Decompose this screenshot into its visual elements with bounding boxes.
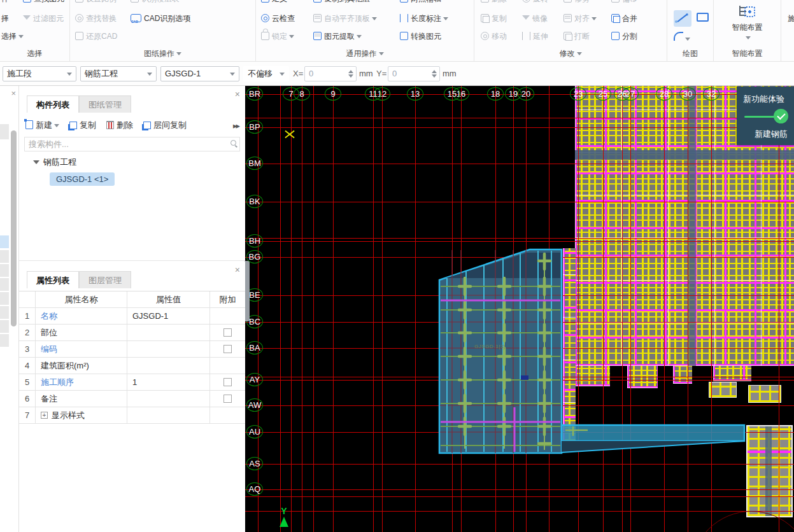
- construction-segment-select[interactable]: 施工段: [3, 66, 76, 81]
- cut-top-item[interactable]: 择: [1, 12, 9, 25]
- copy-component-button[interactable]: 复制: [69, 120, 96, 131]
- draw-rectangle-tool[interactable]: [697, 13, 709, 22]
- lock-icon: [261, 32, 269, 40]
- panel-splitter-handle[interactable]: [245, 261, 250, 321]
- extra-checkbox[interactable]: [223, 328, 232, 337]
- check-toggle[interactable]: [774, 109, 788, 123]
- length-dimension-button[interactable]: 长度标注: [400, 12, 448, 25]
- list-item[interactable]: [0, 306, 9, 319]
- row-number: 5: [19, 374, 36, 390]
- find-replace-button[interactable]: 查找替换: [75, 12, 117, 25]
- extra-checkbox[interactable]: [223, 395, 232, 403]
- property-name-expandable[interactable]: +显示样式: [36, 407, 127, 423]
- grid-axis-bubble: 25: [595, 87, 611, 101]
- tree-item-gjsgd-1[interactable]: GJSGD-1 <1>: [50, 172, 115, 186]
- spin-down-icon[interactable]: [348, 74, 353, 78]
- selected-construction-segment[interactable]: [432, 245, 747, 458]
- break-button[interactable]: 打断: [564, 30, 590, 43]
- convert-element-button[interactable]: 转换图元: [400, 30, 441, 43]
- list-item-selected[interactable]: [0, 235, 9, 248]
- rotate-button[interactable]: 旋转: [522, 0, 548, 5]
- restore-cad-button[interactable]: 还原CAD: [75, 30, 117, 43]
- cut-top-item[interactable]: 件: [1, 0, 9, 5]
- find-element-button[interactable]: 查找图元: [23, 0, 64, 5]
- list-item[interactable]: [0, 264, 9, 277]
- group-label-common-ops[interactable]: 通用操作: [256, 48, 474, 59]
- extra-checkbox[interactable]: [223, 345, 232, 353]
- trim-button[interactable]: 修剪: [564, 0, 590, 5]
- cad-recognition-options-button[interactable]: CAD识别选项: [131, 12, 190, 25]
- property-value[interactable]: [127, 358, 210, 374]
- group-label-drawing-ops[interactable]: 图纸操作: [70, 48, 255, 59]
- copy-button[interactable]: 复制: [481, 12, 507, 25]
- property-value[interactable]: [127, 325, 210, 340]
- cut-group-label[interactable]: 施: [788, 12, 794, 25]
- draw-line-tool[interactable]: [674, 10, 691, 27]
- extra-checkbox[interactable]: [223, 378, 232, 386]
- tab-component-list[interactable]: 构件列表: [27, 95, 79, 113]
- row-number: 7: [19, 407, 36, 423]
- offset-button[interactable]: 偏移: [611, 0, 637, 5]
- new-rebar-link[interactable]: 新建钢筋: [755, 129, 788, 140]
- interlayer-copy-button[interactable]: 层间复制: [143, 120, 187, 131]
- delete-button[interactable]: 删除: [481, 0, 507, 5]
- property-value[interactable]: GJSGD-1: [127, 308, 210, 324]
- lock-button[interactable]: 锁定: [261, 30, 294, 43]
- cloud-check-button[interactable]: 云检查: [261, 12, 295, 25]
- define-button[interactable]: 定义: [261, 0, 287, 5]
- batch-select-button[interactable]: 选择: [1, 30, 24, 43]
- vertical-scrollbar[interactable]: [11, 130, 17, 326]
- group-label-modify[interactable]: 修改: [474, 48, 667, 59]
- spin-down-icon[interactable]: [432, 74, 437, 78]
- table-row: 5 施工顺序 1: [19, 374, 245, 391]
- filter-element-button[interactable]: 过滤图元: [23, 12, 64, 25]
- chevron-down-icon: [230, 73, 235, 76]
- two-point-aux-axis-button[interactable]: 两点辅轴: [400, 0, 441, 5]
- discipline-select[interactable]: 钢筋工程: [80, 66, 157, 81]
- tab-drawing-management[interactable]: 图纸管理: [79, 95, 131, 113]
- toolbar-overflow-button[interactable]: ▸▸: [233, 121, 239, 130]
- x-coordinate-input[interactable]: 0: [304, 66, 357, 81]
- element-extract-button[interactable]: 图元提取: [313, 30, 362, 43]
- list-item[interactable]: [0, 292, 9, 305]
- property-value[interactable]: 1: [127, 374, 210, 390]
- auto-align-roof-button[interactable]: 自动平齐顶板: [313, 12, 377, 25]
- y-coordinate-input[interactable]: 0: [388, 66, 440, 81]
- close-icon[interactable]: ×: [235, 265, 240, 275]
- copy-to-other-layer-button[interactable]: 复制到其他层: [313, 0, 370, 5]
- cad-canvas[interactable]: AQASAUAWAYBABCBEBGBHBKBMBPBR323028272625…: [245, 86, 794, 532]
- list-item[interactable]: [0, 124, 9, 139]
- set-scale-button[interactable]: 设置比例: [75, 0, 117, 5]
- tab-layer-management[interactable]: 图层管理: [79, 271, 131, 288]
- smart-layout-button[interactable]: 智能布置: [714, 0, 781, 46]
- expand-icon[interactable]: +: [41, 412, 48, 419]
- list-item[interactable]: [0, 278, 9, 291]
- mirror-button[interactable]: 镜像: [522, 12, 548, 25]
- merge-button[interactable]: 合并: [611, 12, 637, 25]
- new-component-button[interactable]: 新建: [25, 120, 59, 131]
- close-icon[interactable]: ×: [11, 88, 16, 98]
- move-button[interactable]: 移动: [481, 30, 507, 43]
- split-button[interactable]: 分割: [611, 30, 637, 43]
- ribbon-group-select: 件 择 选择 查找图元 过滤图元 选择: [0, 0, 70, 62]
- tab-property-list[interactable]: 属性列表: [27, 271, 79, 288]
- property-value[interactable]: [127, 407, 210, 423]
- extend-button[interactable]: 延伸: [522, 30, 548, 43]
- property-value[interactable]: [127, 341, 210, 357]
- spin-up-icon[interactable]: [432, 70, 437, 73]
- spin-up-icon[interactable]: [348, 70, 353, 73]
- draw-arc-tool[interactable]: [674, 32, 684, 41]
- close-icon[interactable]: ×: [235, 89, 240, 99]
- tree-node-rebar-project[interactable]: 钢筋工程: [19, 155, 245, 170]
- component-select[interactable]: GJSGD-1: [160, 66, 239, 81]
- align-button[interactable]: 对齐: [564, 12, 597, 25]
- identify-floor-table-button[interactable]: 识别楼层表: [131, 0, 180, 5]
- list-item[interactable]: [0, 334, 9, 347]
- delete-component-button[interactable]: 删除: [106, 120, 133, 131]
- list-item[interactable]: [0, 250, 9, 263]
- search-input[interactable]: 搜索构件...: [24, 137, 240, 151]
- property-value[interactable]: [127, 391, 210, 407]
- list-item[interactable]: [0, 320, 9, 333]
- offset-mode-select[interactable]: 不偏移: [243, 66, 289, 81]
- grid-axis-bubble: BR: [246, 87, 263, 101]
